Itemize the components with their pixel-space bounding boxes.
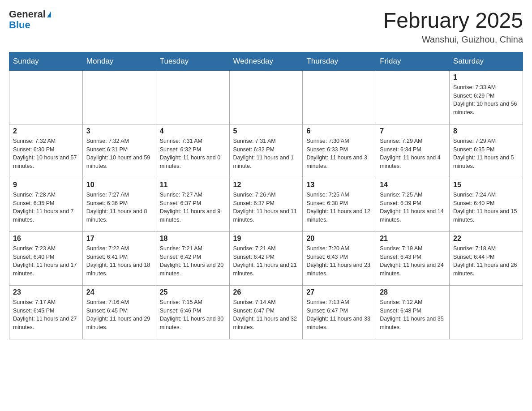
day-number: 27	[306, 288, 372, 296]
day-cell	[229, 70, 303, 124]
day-info: Sunrise: 7:21 AMSunset: 6:42 PMDaylight:…	[233, 244, 299, 278]
day-cell: 14Sunrise: 7:25 AMSunset: 6:39 PMDayligh…	[376, 178, 450, 231]
day-cell	[9, 70, 83, 124]
day-number: 24	[86, 288, 152, 296]
day-number: 23	[13, 288, 79, 296]
calendar-subtitle: Wanshui, Guizhou, China	[383, 34, 523, 45]
day-cell	[156, 70, 229, 124]
day-cell: 3Sunrise: 7:32 AMSunset: 6:31 PMDaylight…	[82, 124, 156, 178]
day-cell: 19Sunrise: 7:21 AMSunset: 6:42 PMDayligh…	[229, 231, 303, 285]
header-friday: Friday	[376, 52, 450, 70]
day-info: Sunrise: 7:14 AMSunset: 6:47 PMDaylight:…	[233, 298, 299, 332]
day-info: Sunrise: 7:31 AMSunset: 6:32 PMDaylight:…	[233, 137, 299, 171]
day-cell: 5Sunrise: 7:31 AMSunset: 6:32 PMDaylight…	[229, 124, 303, 178]
day-number: 9	[13, 181, 79, 189]
day-number: 19	[233, 235, 299, 243]
day-cell: 10Sunrise: 7:27 AMSunset: 6:36 PMDayligh…	[82, 178, 156, 231]
day-info: Sunrise: 7:18 AMSunset: 6:44 PMDaylight:…	[453, 244, 519, 278]
day-number: 2	[13, 127, 79, 135]
day-cell: 16Sunrise: 7:23 AMSunset: 6:40 PMDayligh…	[9, 231, 83, 285]
header-thursday: Thursday	[303, 52, 376, 70]
day-info: Sunrise: 7:15 AMSunset: 6:46 PMDaylight:…	[160, 298, 226, 332]
day-cell: 12Sunrise: 7:26 AMSunset: 6:37 PMDayligh…	[229, 178, 303, 231]
day-cell: 28Sunrise: 7:12 AMSunset: 6:48 PMDayligh…	[376, 285, 450, 339]
day-cell: 6Sunrise: 7:30 AMSunset: 6:33 PMDaylight…	[303, 124, 376, 178]
day-info: Sunrise: 7:33 AMSunset: 6:29 PMDaylight:…	[453, 83, 519, 117]
header-sunday: Sunday	[9, 52, 83, 70]
day-number: 16	[13, 235, 79, 243]
header-row: SundayMondayTuesdayWednesdayThursdayFrid…	[9, 52, 523, 70]
day-info: Sunrise: 7:20 AMSunset: 6:43 PMDaylight:…	[306, 244, 372, 278]
day-info: Sunrise: 7:27 AMSunset: 6:37 PMDaylight:…	[160, 191, 226, 224]
day-number: 15	[453, 181, 519, 189]
day-info: Sunrise: 7:32 AMSunset: 6:30 PMDaylight:…	[13, 137, 79, 171]
day-info: Sunrise: 7:16 AMSunset: 6:45 PMDaylight:…	[86, 298, 152, 332]
day-cell: 13Sunrise: 7:25 AMSunset: 6:38 PMDayligh…	[303, 178, 376, 231]
day-cell: 15Sunrise: 7:24 AMSunset: 6:40 PMDayligh…	[450, 178, 523, 231]
day-info: Sunrise: 7:25 AMSunset: 6:39 PMDaylight:…	[380, 191, 446, 224]
logo: General Blue	[9, 9, 51, 30]
day-cell: 24Sunrise: 7:16 AMSunset: 6:45 PMDayligh…	[82, 285, 156, 339]
day-info: Sunrise: 7:30 AMSunset: 6:33 PMDaylight:…	[306, 137, 372, 171]
logo-general: General	[9, 9, 46, 20]
day-number: 3	[86, 127, 152, 135]
day-info: Sunrise: 7:28 AMSunset: 6:35 PMDaylight:…	[13, 191, 79, 224]
day-cell	[376, 70, 450, 124]
day-info: Sunrise: 7:22 AMSunset: 6:41 PMDaylight:…	[86, 244, 152, 278]
day-number: 13	[306, 181, 372, 189]
day-number: 10	[86, 181, 152, 189]
day-cell: 4Sunrise: 7:31 AMSunset: 6:32 PMDaylight…	[156, 124, 229, 178]
week-row-0: 1Sunrise: 7:33 AMSunset: 6:29 PMDaylight…	[9, 70, 523, 124]
day-number: 20	[306, 235, 372, 243]
day-cell: 11Sunrise: 7:27 AMSunset: 6:37 PMDayligh…	[156, 178, 229, 231]
day-cell: 18Sunrise: 7:21 AMSunset: 6:42 PMDayligh…	[156, 231, 229, 285]
day-info: Sunrise: 7:27 AMSunset: 6:36 PMDaylight:…	[86, 191, 152, 224]
day-info: Sunrise: 7:12 AMSunset: 6:48 PMDaylight:…	[380, 298, 446, 332]
day-cell	[450, 285, 523, 339]
day-info: Sunrise: 7:32 AMSunset: 6:31 PMDaylight:…	[86, 137, 152, 171]
day-info: Sunrise: 7:26 AMSunset: 6:37 PMDaylight:…	[233, 191, 299, 224]
week-row-2: 9Sunrise: 7:28 AMSunset: 6:35 PMDaylight…	[9, 178, 523, 231]
day-number: 28	[380, 288, 446, 296]
day-info: Sunrise: 7:13 AMSunset: 6:47 PMDaylight:…	[306, 298, 372, 332]
day-cell: 22Sunrise: 7:18 AMSunset: 6:44 PMDayligh…	[450, 231, 523, 285]
day-number: 8	[453, 127, 519, 135]
header-tuesday: Tuesday	[156, 52, 229, 70]
calendar-title: February 2025	[383, 9, 523, 33]
day-cell: 27Sunrise: 7:13 AMSunset: 6:47 PMDayligh…	[303, 285, 376, 339]
day-cell: 9Sunrise: 7:28 AMSunset: 6:35 PMDaylight…	[9, 178, 83, 231]
day-number: 12	[233, 181, 299, 189]
day-cell	[303, 70, 376, 124]
day-cell: 20Sunrise: 7:20 AMSunset: 6:43 PMDayligh…	[303, 231, 376, 285]
week-row-3: 16Sunrise: 7:23 AMSunset: 6:40 PMDayligh…	[9, 231, 523, 285]
day-number: 25	[160, 288, 226, 296]
header-monday: Monday	[82, 52, 156, 70]
title-section: February 2025 Wanshui, Guizhou, China	[383, 9, 523, 45]
day-cell: 8Sunrise: 7:29 AMSunset: 6:35 PMDaylight…	[450, 124, 523, 178]
day-number: 7	[380, 127, 446, 135]
day-cell: 17Sunrise: 7:22 AMSunset: 6:41 PMDayligh…	[82, 231, 156, 285]
day-number: 14	[380, 181, 446, 189]
page-header: General Blue February 2025 Wanshui, Guiz…	[9, 9, 523, 45]
day-cell: 21Sunrise: 7:19 AMSunset: 6:43 PMDayligh…	[376, 231, 450, 285]
day-info: Sunrise: 7:21 AMSunset: 6:42 PMDaylight:…	[160, 244, 226, 278]
day-number: 4	[160, 127, 226, 135]
day-cell: 1Sunrise: 7:33 AMSunset: 6:29 PMDaylight…	[450, 70, 523, 124]
day-cell	[82, 70, 156, 124]
day-info: Sunrise: 7:17 AMSunset: 6:45 PMDaylight:…	[13, 298, 79, 332]
day-info: Sunrise: 7:31 AMSunset: 6:32 PMDaylight:…	[160, 137, 226, 171]
day-cell: 7Sunrise: 7:29 AMSunset: 6:34 PMDaylight…	[376, 124, 450, 178]
day-number: 6	[306, 127, 372, 135]
day-info: Sunrise: 7:25 AMSunset: 6:38 PMDaylight:…	[306, 191, 372, 224]
day-number: 22	[453, 235, 519, 243]
day-info: Sunrise: 7:29 AMSunset: 6:34 PMDaylight:…	[380, 137, 446, 171]
day-info: Sunrise: 7:24 AMSunset: 6:40 PMDaylight:…	[453, 191, 519, 224]
day-info: Sunrise: 7:29 AMSunset: 6:35 PMDaylight:…	[453, 137, 519, 171]
day-cell: 23Sunrise: 7:17 AMSunset: 6:45 PMDayligh…	[9, 285, 83, 339]
day-number: 18	[160, 235, 226, 243]
header-saturday: Saturday	[450, 52, 523, 70]
day-cell: 25Sunrise: 7:15 AMSunset: 6:46 PMDayligh…	[156, 285, 229, 339]
logo-blue: Blue	[9, 20, 51, 30]
header-wednesday: Wednesday	[229, 52, 303, 70]
day-cell: 2Sunrise: 7:32 AMSunset: 6:30 PMDaylight…	[9, 124, 83, 178]
